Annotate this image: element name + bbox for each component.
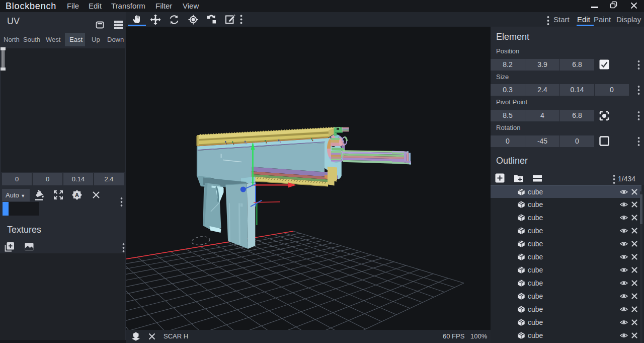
- svg-text:A: A: [75, 192, 79, 198]
